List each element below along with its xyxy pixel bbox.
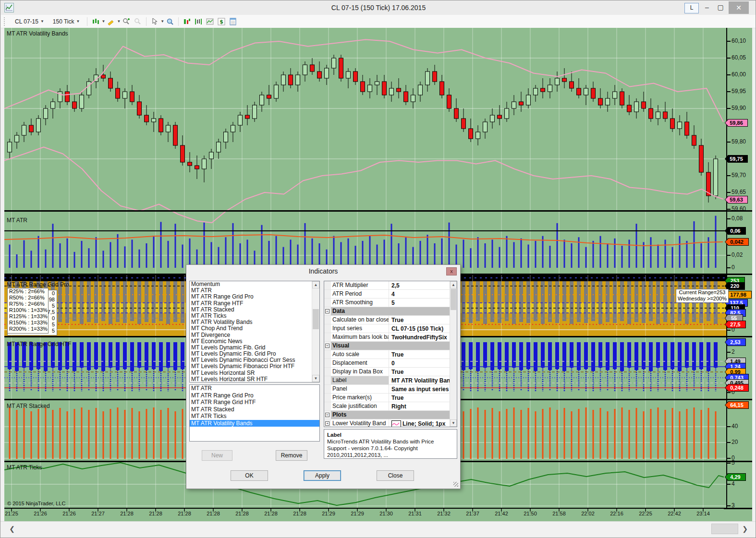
data-box-icon[interactable] xyxy=(228,17,238,26)
selected-indicators-list[interactable]: MT ATRMT ATR Range Grid ProMT ATR Range … xyxy=(189,384,320,442)
dialog-close-icon[interactable]: x xyxy=(446,267,457,275)
available-indicator-item[interactable]: MT Divergence xyxy=(190,332,319,338)
link-button[interactable]: L xyxy=(684,3,699,13)
minimize-button[interactable]: – xyxy=(701,3,713,11)
scrollbar-thumb[interactable] xyxy=(711,524,738,534)
property-grid[interactable]: ATR Multiplier2,5ATR Period4ATR Smoothin… xyxy=(324,281,457,427)
collapse-icon[interactable]: − xyxy=(325,413,329,417)
interval-dropdown[interactable]: 150 Tick▼ xyxy=(49,16,84,27)
cursor-tool-button[interactable] xyxy=(149,17,160,26)
property-value[interactable]: Line; Solid; 1px xyxy=(389,419,457,427)
chart-style-button[interactable] xyxy=(90,17,101,26)
remove-button[interactable]: Remove xyxy=(276,450,307,461)
property-value[interactable]: CL 07-15 (150 Tick) xyxy=(389,324,457,333)
toolbar-grip[interactable] xyxy=(4,17,7,26)
property-row[interactable]: −Plots xyxy=(324,411,457,419)
property-row[interactable]: Scale justificationRight xyxy=(324,402,457,411)
time-axis-line xyxy=(4,508,727,509)
property-grid-scrollbar[interactable]: ▲▼ xyxy=(450,281,457,427)
property-value[interactable]: Right xyxy=(389,402,457,410)
selected-indicator-item[interactable]: MT ATR Ticks xyxy=(190,413,319,420)
drawing-tools-button[interactable] xyxy=(106,17,116,26)
property-value[interactable]: TwoHundredFiftySix xyxy=(389,333,457,341)
available-indicator-item[interactable]: MT Economic News xyxy=(190,338,319,345)
horizontal-scrollbar[interactable]: ❮ ❯ xyxy=(0,521,756,536)
available-indicator-item[interactable]: MT Levels Horizontal SR xyxy=(190,370,319,376)
available-indicator-item[interactable]: MT Chop And Trend xyxy=(190,325,319,332)
available-indicators-list[interactable]: MomentumMT ATRMT ATR Range Grid ProMT AT… xyxy=(189,281,320,383)
property-row[interactable]: Display in Data BoxTrue xyxy=(324,368,457,376)
scroll-down-icon[interactable]: ▼ xyxy=(312,375,319,382)
maximize-button[interactable]: ▢ xyxy=(714,3,727,11)
available-indicator-item[interactable]: MT ATR Range Grid Pro xyxy=(190,294,319,300)
selected-indicator-item[interactable]: MT ATR Volatility Bands xyxy=(190,420,319,427)
property-value[interactable]: True xyxy=(389,394,457,402)
property-row[interactable]: Input seriesCL 07-15 (150 Tick) xyxy=(324,324,457,333)
property-row[interactable]: Displacement0 xyxy=(324,359,457,368)
scroll-down-icon[interactable]: ▼ xyxy=(450,419,457,427)
chevron-down-icon[interactable]: ▼ xyxy=(117,19,121,24)
property-row[interactable]: Calculate on bar closeTrue xyxy=(324,316,457,324)
new-button[interactable]: New xyxy=(202,450,232,461)
scrollbar-thumb[interactable] xyxy=(451,289,456,310)
property-value[interactable]: 2,5 xyxy=(389,281,457,289)
collapse-icon[interactable]: − xyxy=(325,344,329,348)
scroll-up-icon[interactable]: ▲ xyxy=(312,281,319,288)
property-row[interactable]: −Data xyxy=(324,307,457,316)
ok-button[interactable]: OK xyxy=(231,470,268,481)
property-row[interactable]: ATR Period4 xyxy=(324,290,457,299)
available-indicator-item[interactable]: MT Levels Dynamic Fibonacci Prior HTF xyxy=(190,363,319,370)
candle-body xyxy=(73,102,77,108)
property-row[interactable]: ATR Multiplier2,5 xyxy=(324,281,457,290)
resize-grip[interactable] xyxy=(453,482,458,487)
property-value[interactable]: True xyxy=(389,368,457,376)
instrument-dropdown[interactable]: CL 07-15▼ xyxy=(11,16,48,27)
property-row[interactable]: +Lower Volatility BandLine; Solid; 1px xyxy=(324,419,457,427)
atr-bar xyxy=(405,237,407,268)
available-indicator-item[interactable]: MT ATR Stacked xyxy=(190,307,319,313)
property-label: Price marker(s) xyxy=(331,394,389,402)
property-value[interactable]: MT ATR Volatility Ban xyxy=(389,376,457,384)
property-value[interactable]: 5 xyxy=(389,299,457,307)
property-row[interactable]: Auto scaleTrue xyxy=(324,350,457,359)
chevron-down-icon[interactable]: ▼ xyxy=(160,19,164,24)
selected-indicator-item[interactable]: MT ATR Stacked xyxy=(190,406,319,413)
gridpro-bar xyxy=(620,281,624,321)
property-row[interactable]: LabelMT ATR Volatility Ban xyxy=(324,376,457,385)
zoom-out-button[interactable] xyxy=(133,17,143,26)
close-button[interactable]: ✕ xyxy=(729,1,749,14)
property-value[interactable]: Same as input series xyxy=(389,385,457,393)
scroll-right-icon[interactable]: ❯ xyxy=(739,524,751,534)
collapse-icon[interactable]: − xyxy=(325,309,329,313)
selected-indicator-item[interactable]: MT ATR Range Grid HTF xyxy=(190,399,319,406)
property-value[interactable]: True xyxy=(389,350,457,359)
market-analyzer-icon[interactable] xyxy=(182,17,192,26)
property-row[interactable]: Price marker(s)True xyxy=(324,394,457,402)
candle-body xyxy=(598,98,603,105)
property-row[interactable]: PanelSame as input series xyxy=(324,385,457,394)
expand-icon[interactable]: + xyxy=(325,421,329,426)
candle-body xyxy=(634,102,639,112)
property-row[interactable]: ATR Smoothing5 xyxy=(324,299,457,307)
property-row[interactable]: −Visual xyxy=(324,342,457,350)
property-value[interactable]: True xyxy=(389,316,457,324)
chevron-down-icon[interactable]: ▼ xyxy=(101,19,105,24)
available-indicator-item[interactable]: MT Levels Horizontal SR HTF xyxy=(190,376,319,383)
scroll-left-icon[interactable]: ❮ xyxy=(6,524,18,534)
account-dollar-icon[interactable]: $ xyxy=(216,17,227,26)
property-value[interactable]: 0 xyxy=(389,359,457,367)
selected-indicator-item[interactable]: MT ATR Range Grid Pro xyxy=(190,392,319,399)
zoom-in-button[interactable] xyxy=(121,17,132,26)
apply-button[interactable]: Apply xyxy=(304,470,341,481)
available-indicator-item[interactable]: MT ATR Range HTF xyxy=(190,300,319,307)
list-scrollbar[interactable]: ▲ ▼ xyxy=(312,281,319,382)
close-button-dialog[interactable]: Close xyxy=(377,470,414,481)
selected-indicator-item[interactable]: MT ATR xyxy=(190,385,319,392)
snapshot-icon[interactable] xyxy=(205,17,215,26)
scrollbar-thumb[interactable] xyxy=(313,309,319,329)
property-value[interactable]: 4 xyxy=(389,290,457,298)
data-magnifier-button[interactable] xyxy=(165,17,175,26)
scroll-up-icon[interactable]: ▲ xyxy=(450,281,457,288)
property-row[interactable]: Maximum bars look baTwoHundredFiftySix xyxy=(324,333,457,342)
chart-trader-icon[interactable] xyxy=(193,17,204,26)
